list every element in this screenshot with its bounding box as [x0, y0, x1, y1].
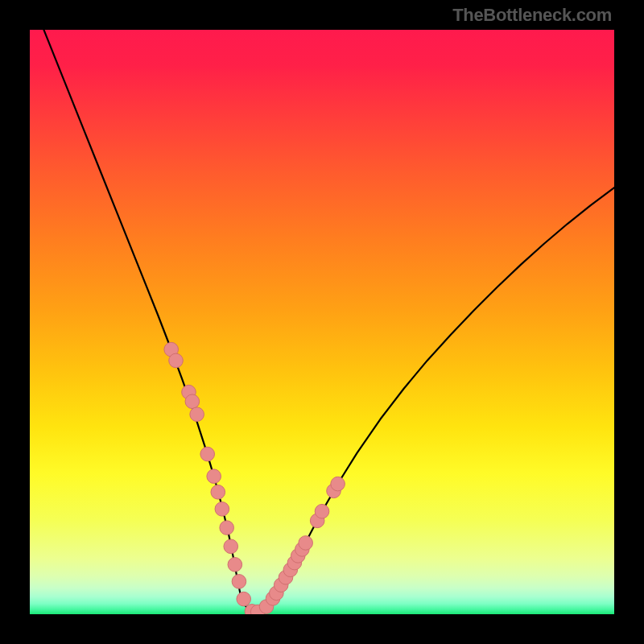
data-dot: [228, 557, 242, 572]
data-dot: [232, 575, 246, 589]
attribution-label: TheBottleneck.com: [452, 5, 612, 26]
data-dot: [315, 504, 329, 518]
chart-frame: TheBottleneck.com: [0, 0, 644, 644]
plot-area: [30, 30, 614, 614]
data-dot: [211, 485, 225, 499]
data-dot: [190, 407, 204, 422]
data-dot: [237, 592, 251, 606]
data-dot: [207, 469, 221, 484]
data-dot: [220, 521, 234, 535]
data-dot: [331, 477, 345, 491]
data-dot: [200, 447, 215, 461]
data-dot: [299, 536, 313, 551]
data-dot: [215, 502, 229, 517]
data-dot: [224, 539, 238, 554]
chart-svg: [30, 30, 614, 614]
data-dot: [169, 353, 184, 368]
data-dot: [185, 394, 200, 409]
